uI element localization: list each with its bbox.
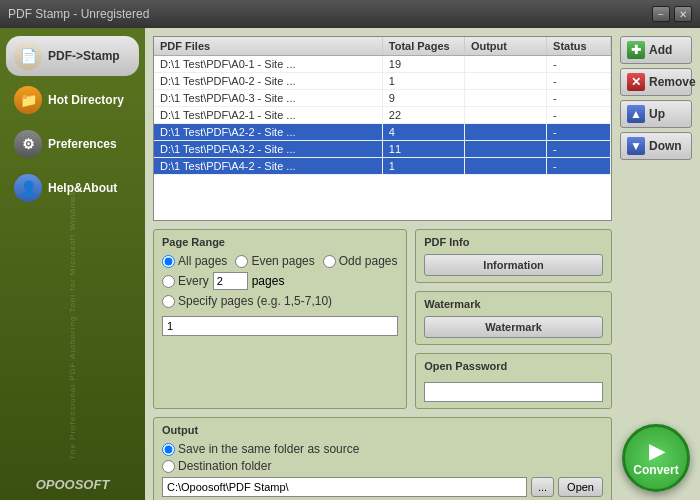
cell-file: D:\1 Test\PDF\A2-1 - Site ...	[154, 107, 382, 124]
all-pages-radio[interactable]	[162, 255, 175, 268]
even-pages-radio[interactable]	[235, 255, 248, 268]
minimize-button[interactable]: −	[652, 6, 670, 22]
cell-status: -	[547, 124, 611, 141]
cell-file: D:\1 Test\PDF\A3-2 - Site ...	[154, 141, 382, 158]
cell-pages: 19	[382, 56, 464, 73]
browse-button[interactable]: ...	[531, 477, 554, 497]
cell-output	[464, 90, 546, 107]
cell-pages: 22	[382, 107, 464, 124]
output-title: Output	[162, 424, 603, 436]
cell-file: D:\1 Test\PDF\A0-2 - Site ...	[154, 73, 382, 90]
content-area: PDF Files Total Pages Output Status D:\1…	[145, 28, 700, 500]
table-row[interactable]: D:\1 Test\PDF\A2-1 - Site ... 22 -	[154, 107, 611, 124]
col-header-output: Output	[464, 37, 546, 56]
add-icon: ✚	[627, 41, 645, 59]
cell-output	[464, 141, 546, 158]
page-range-radio-row-1: All pages Even pages Odd pages	[162, 254, 398, 268]
table-row[interactable]: D:\1 Test\PDF\A0-2 - Site ... 1 -	[154, 73, 611, 90]
specify-pages-input[interactable]	[162, 316, 398, 336]
output-radio-row-2: Destination folder	[162, 459, 603, 473]
every-radio[interactable]	[162, 275, 175, 288]
output-panel: Output Save in the same folder as source…	[153, 417, 612, 500]
file-table-container: PDF Files Total Pages Output Status D:\1…	[153, 36, 612, 221]
same-folder-radio[interactable]	[162, 443, 175, 456]
same-folder-option[interactable]: Save in the same folder as source	[162, 442, 359, 456]
main-panel: PDF Files Total Pages Output Status D:\1…	[153, 36, 612, 492]
dest-folder-radio[interactable]	[162, 460, 175, 473]
specify-radio[interactable]	[162, 295, 175, 308]
odd-pages-radio[interactable]	[323, 255, 336, 268]
down-icon: ▼	[627, 137, 645, 155]
output-radio-row-1: Save in the same folder as source	[162, 442, 603, 456]
watermark-button[interactable]: Watermark	[424, 316, 603, 338]
info-watermark-panel: PDF Info Information Watermark Watermark…	[415, 229, 612, 409]
titlebar: PDF Stamp - Unregistered − ✕	[0, 0, 700, 28]
cell-status: -	[547, 90, 611, 107]
pdf-stamp-icon: 📄	[14, 42, 42, 70]
table-row[interactable]: D:\1 Test\PDF\A0-3 - Site ... 9 -	[154, 90, 611, 107]
down-button[interactable]: ▼ Down	[620, 132, 692, 160]
sidebar: 📄 PDF->Stamp 📁 Hot Directory ⚙ Preferenc…	[0, 28, 145, 500]
up-button[interactable]: ▲ Up	[620, 100, 692, 128]
bottom-panels: Page Range All pages Even pages Odd p	[153, 229, 612, 409]
odd-pages-option[interactable]: Odd pages	[323, 254, 398, 268]
specify-option[interactable]: Specify pages (e.g. 1,5-7,10)	[162, 294, 398, 308]
table-row[interactable]: D:\1 Test\PDF\A2-2 - Site ... 4 -	[154, 124, 611, 141]
open-password-input[interactable]	[424, 382, 603, 402]
titlebar-title: PDF Stamp - Unregistered	[8, 7, 149, 21]
table-row[interactable]: D:\1 Test\PDF\A3-2 - Site ... 11 -	[154, 141, 611, 158]
all-pages-option[interactable]: All pages	[162, 254, 227, 268]
cell-file: D:\1 Test\PDF\A4-2 - Site ...	[154, 158, 382, 175]
cell-output	[464, 107, 546, 124]
sidebar-item-preferences[interactable]: ⚙ Preferences	[6, 124, 139, 164]
convert-icon: ▶	[649, 439, 664, 463]
sidebar-item-hot-directory[interactable]: 📁 Hot Directory	[6, 80, 139, 120]
add-button[interactable]: ✚ Add	[620, 36, 692, 64]
file-table: PDF Files Total Pages Output Status D:\1…	[154, 37, 611, 175]
output-path-input[interactable]	[162, 477, 527, 497]
folder-icon: 📁	[14, 86, 42, 114]
cell-status: -	[547, 107, 611, 124]
remove-button[interactable]: ✕ Remove	[620, 68, 692, 96]
cell-pages: 9	[382, 90, 464, 107]
cell-status: -	[547, 141, 611, 158]
table-row[interactable]: D:\1 Test\PDF\A0-1 - Site ... 19 -	[154, 56, 611, 73]
every-option[interactable]: Every	[162, 274, 209, 288]
right-toolbar: ✚ Add ✕ Remove ▲ Up ▼ Down ▶ Convert	[620, 36, 692, 492]
page-range-title: Page Range	[162, 236, 398, 248]
open-folder-button[interactable]: Open	[558, 477, 603, 497]
cell-status: -	[547, 158, 611, 175]
titlebar-controls: − ✕	[652, 6, 692, 22]
page-range-panel: Page Range All pages Even pages Odd p	[153, 229, 407, 409]
cell-file: D:\1 Test\PDF\A0-1 - Site ...	[154, 56, 382, 73]
pdf-info-title: PDF Info	[424, 236, 603, 248]
main-container: 📄 PDF->Stamp 📁 Hot Directory ⚙ Preferenc…	[0, 28, 700, 500]
pdf-info-box: PDF Info Information	[415, 229, 612, 283]
cell-file: D:\1 Test\PDF\A2-2 - Site ...	[154, 124, 382, 141]
remove-icon: ✕	[627, 73, 645, 91]
table-row[interactable]: D:\1 Test\PDF\A4-2 - Site ... 1 -	[154, 158, 611, 175]
cell-output	[464, 124, 546, 141]
dest-folder-option[interactable]: Destination folder	[162, 459, 271, 473]
every-value-input[interactable]	[213, 272, 248, 290]
cell-status: -	[547, 73, 611, 90]
cell-output	[464, 158, 546, 175]
close-button[interactable]: ✕	[674, 6, 692, 22]
gear-icon: ⚙	[14, 130, 42, 158]
sidebar-item-pdf-stamp[interactable]: 📄 PDF->Stamp	[6, 36, 139, 76]
information-button[interactable]: Information	[424, 254, 603, 276]
col-header-files: PDF Files	[154, 37, 382, 56]
even-pages-option[interactable]: Even pages	[235, 254, 314, 268]
brand-logo: OPOOSOFT	[36, 477, 110, 492]
convert-button[interactable]: ▶ Convert	[622, 424, 690, 492]
watermark-box: Watermark Watermark	[415, 291, 612, 345]
col-header-pages: Total Pages	[382, 37, 464, 56]
up-icon: ▲	[627, 105, 645, 123]
cell-output	[464, 56, 546, 73]
sidebar-tagline: The Professional PDF Authoring Tool for …	[68, 191, 78, 460]
col-header-status: Status	[547, 37, 611, 56]
cell-file: D:\1 Test\PDF\A0-3 - Site ...	[154, 90, 382, 107]
cell-pages: 11	[382, 141, 464, 158]
cell-pages: 1	[382, 158, 464, 175]
open-password-box: Open Password	[415, 353, 612, 409]
